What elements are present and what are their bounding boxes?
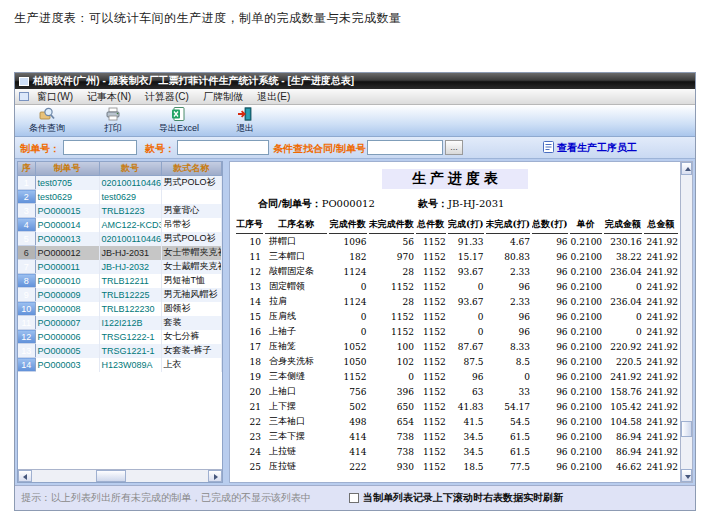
menu-item-notepad[interactable]: 记事本(N) — [87, 90, 131, 104]
browse-button[interactable]: ... — [445, 140, 463, 155]
exit-button[interactable]: 退出 — [219, 106, 271, 136]
report-title: 生产进度表 — [382, 169, 528, 189]
order-list-header: 序 制单号 款号 款式名称 — [18, 162, 222, 176]
app-icon — [19, 77, 29, 86]
report-style-label: 款号： — [418, 198, 448, 209]
process-row: 21 上下摆 502 650 1152 41.83 54.17 96 0.210… — [236, 399, 678, 414]
order-row[interactable]: 2 test0629 test0629 — [18, 190, 222, 204]
main-area: 序 制单号 款号 款式名称 1 test0705 02010011044 — [15, 159, 695, 485]
menu-bar: 窗口(W) 记事本(N) 计算器(C) 厂牌制做 退出(E) — [15, 89, 695, 105]
hscroll-thumb[interactable] — [96, 470, 126, 482]
progress-report-panel: 生产进度表 合同/制单号：PO000012 款号：JB-HJ-2031 工序号 — [229, 161, 681, 483]
order-no-label: 制单号： — [20, 142, 60, 156]
process-row: 22 三本袖口 498 654 1152 41.5 54.5 96 0.2100… — [236, 414, 678, 429]
process-row: 18 合身夹洗标 1050 102 1152 87.5 8.5 96 0.210… — [236, 354, 678, 369]
order-row[interactable]: 13 PO000005 TRSG1221-1 女套装-裤子 — [18, 344, 222, 358]
process-row: 16 上袖子 0 1152 1152 0 96 96 0.2100 0 241. — [236, 324, 678, 339]
order-row[interactable]: 7 PO000011 JB-HJ-2032 女士戴帽夹克衫 — [18, 260, 222, 274]
style-no-label: 款号： — [145, 142, 175, 156]
find-order-input[interactable] — [367, 140, 443, 155]
order-list-table: 序 制单号 款号 款式名称 1 test0705 02010011044 — [18, 162, 222, 372]
scroll-up-button[interactable] — [681, 162, 692, 175]
order-row[interactable]: 3 PO000015 TRLB1223 男童背心 — [18, 204, 222, 218]
order-row[interactable]: 4 PO000014 AMC122-KCD31 吊带衫 — [18, 218, 222, 232]
status-hint: 提示：以上列表列出所有未完成的制单，已完成的不显示该列表中 — [21, 491, 311, 505]
style-no-input[interactable] — [177, 140, 269, 155]
title-bar[interactable]: 柏顺软件(广州) - 服装制衣厂工票打菲计件生产统计系统 - [生产进度总表] — [15, 73, 695, 89]
toolbar: 条件查询 打印 导出Excel — [15, 105, 695, 137]
query-button[interactable]: 条件查询 — [21, 106, 73, 136]
exit-icon — [237, 107, 253, 121]
report-order-value: PO000012 — [322, 198, 375, 209]
refresh-checkbox-group[interactable]: 当制单列表记录上下滚动时右表数据实时刷新 — [349, 491, 563, 505]
printer-icon — [105, 107, 121, 121]
order-row[interactable]: 9 PO000009 TRLB12225 男无袖风帽衫 — [18, 288, 222, 302]
order-list-panel: 序 制单号 款号 款式名称 1 test0705 02010011044 — [17, 161, 223, 483]
order-row[interactable]: 8 PO000010 TRLB12211 男短袖T恤 — [18, 274, 222, 288]
print-button[interactable]: 打印 — [87, 106, 139, 136]
excel-icon — [171, 107, 187, 121]
mdi-child-icon — [19, 92, 29, 101]
process-row: 19 三本侧缝 1152 0 1152 96 0 96 0.2100 241.9… — [236, 369, 678, 384]
menu-item-badge[interactable]: 厂牌制做 — [203, 90, 243, 104]
process-row: 23 三本下摆 414 738 1152 34.5 61.5 96 0.2100… — [236, 429, 678, 444]
search-icon — [39, 107, 55, 121]
export-excel-button[interactable]: 导出Excel — [153, 106, 205, 136]
refresh-checkbox-label: 当制单列表记录上下滚动时右表数据实时刷新 — [363, 491, 563, 505]
view-workers-link[interactable]: 查看生产工序员工 — [543, 141, 637, 155]
process-row: 12 敲帽固定条 1124 28 1152 93.67 2.33 96 0.21… — [236, 264, 678, 279]
order-row[interactable]: 14 PO000003 H123W089A 上衣 — [18, 358, 222, 372]
page-caption: 生产进度表：可以统计车间的生产进度，制单的完成数量与未完成数量 — [14, 10, 402, 27]
menu-item-calculator[interactable]: 计算器(C) — [145, 90, 189, 104]
menu-item-exit[interactable]: 退出(E) — [257, 90, 290, 104]
process-row: 25 压拉链 222 930 1152 18.5 77.5 96 0.2100 … — [236, 459, 678, 474]
report-vscrollbar[interactable] — [680, 161, 693, 483]
process-row: 20 上袖口 756 396 1152 63 33 96 0.2100 158.… — [236, 384, 678, 399]
order-row[interactable]: 5 PO000013 020100110446 男式POLO衫 — [18, 232, 222, 246]
process-row: 13 固定帽领 0 1152 1152 0 96 96 0.2100 0 241 — [236, 279, 678, 294]
order-row[interactable]: 1 test0705 020100110446 男式POLO衫 — [18, 176, 222, 190]
scroll-down-button[interactable] — [681, 469, 692, 482]
window-title: 柏顺软件(广州) - 服装制衣厂工票打菲计件生产统计系统 - [生产进度总表] — [33, 74, 354, 88]
refresh-checkbox[interactable] — [349, 493, 359, 503]
order-row[interactable]: 12 PO000006 TRSG1222-1 女七分裤 — [18, 330, 222, 344]
process-table-header: 工序号 工序名称 完成件数 未完成件数 总件数 完成(打) 未完成(打) 总数(… — [236, 217, 678, 234]
process-row: 11 三本帽口 182 970 1152 15.17 80.83 96 0.21… — [236, 249, 678, 264]
order-list-hscrollbar[interactable] — [18, 469, 222, 482]
vscroll-thumb[interactable] — [681, 421, 692, 437]
filter-row: 制单号： 款号： 条件查找合同/制单号： ... 查看生产工序员工 — [15, 137, 695, 159]
scroll-right-button[interactable] — [208, 470, 222, 482]
status-bar: 提示：以上列表列出所有未完成的制单，已完成的不显示该列表中 当制单列表记录上下滚… — [15, 485, 695, 510]
document-icon — [543, 141, 554, 153]
report-meta: 合同/制单号：PO000012 款号：JB-HJ-2031 — [258, 197, 680, 211]
order-row[interactable]: 11 PO000007 I122I212B 套装 — [18, 316, 222, 330]
process-row: 10 拼帽口 1096 56 1152 91.33 4.67 96 0.2100… — [236, 234, 678, 249]
process-row: 14 拉肩 1124 28 1152 93.67 2.33 96 0.2100 … — [236, 294, 678, 309]
report-style-value: JB-HJ-2031 — [448, 198, 504, 209]
find-order-label: 条件查找合同/制单号： — [273, 142, 376, 156]
menu-item-window[interactable]: 窗口(W) — [37, 90, 73, 104]
screenshot-root: 生产进度表：可以统计车间的生产进度，制单的完成数量与未完成数量 柏顺软件(广州)… — [0, 0, 710, 532]
order-row[interactable]: 10 PO000008 TRLB122230 圆领衫 — [18, 302, 222, 316]
report-summary: 完成最少的工序数量：0 完成最多的工序数量：1152 工序产量完成率：0.3 总… — [230, 482, 680, 483]
process-row: 15 压肩线 0 1152 1152 0 96 96 0.2100 0 241. — [236, 309, 678, 324]
process-row: 24 上拉链 414 738 1152 34.5 61.5 96 0.2100 … — [236, 444, 678, 459]
report-order-label: 合同/制单号： — [258, 198, 322, 209]
order-row[interactable]: 6 PO000012 JB-HJ-2031 女士带帽夹克衫 — [18, 246, 222, 260]
order-no-input[interactable] — [63, 140, 137, 155]
process-table: 工序号 工序名称 完成件数 未完成件数 总件数 完成(打) 未完成(打) 总数(… — [234, 217, 680, 474]
process-row: 17 压袖笼 1052 100 1152 87.67 8.33 96 0.210… — [236, 339, 678, 354]
app-window: 柏顺软件(广州) - 服装制衣厂工票打菲计件生产统计系统 - [生产进度总表] … — [14, 72, 696, 511]
scroll-left-button[interactable] — [18, 470, 32, 482]
summary-min: 完成最少的工序数量：0 — [376, 482, 482, 483]
